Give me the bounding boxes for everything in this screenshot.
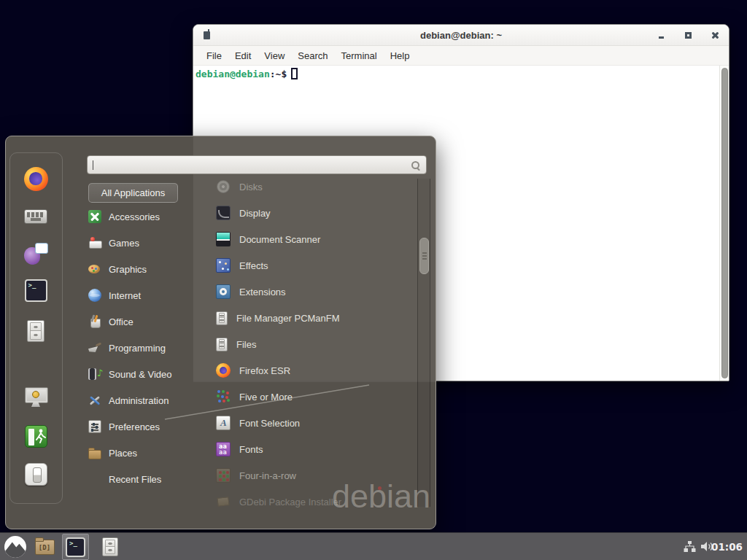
- firefox-icon: [24, 167, 48, 191]
- app-document-scanner[interactable]: Document Scanner: [216, 226, 414, 252]
- favorite-file-manager[interactable]: [21, 317, 50, 345]
- category-internet[interactable]: Internet: [88, 282, 214, 308]
- application-list: Disks Display Document Scanner Effects E…: [216, 174, 414, 515]
- network-tray-icon[interactable]: [684, 541, 696, 553]
- shut-down-button[interactable]: [21, 460, 50, 488]
- category-label: Accessories: [109, 211, 160, 222]
- app-label: Display: [239, 208, 271, 219]
- menu-view[interactable]: View: [258, 50, 291, 61]
- places-icon: [88, 446, 101, 459]
- category-label: Places: [109, 448, 137, 459]
- category-label: Internet: [109, 290, 141, 301]
- menu-scrollbar[interactable]: [417, 179, 430, 507]
- menu-edit[interactable]: Edit: [228, 50, 258, 61]
- log-out-icon: [25, 425, 47, 448]
- file-cabinet-icon: [102, 537, 118, 556]
- shell-prompt: debian@debian:~$: [196, 68, 298, 79]
- app-label: File Manager PCManFM: [236, 313, 340, 324]
- file-cabinet-icon: [27, 320, 44, 342]
- category-accessories[interactable]: Accessories: [88, 203, 214, 230]
- app-file-manager-pcmanfm[interactable]: File Manager PCManFM: [216, 305, 414, 331]
- terminal-titlebar[interactable]: debian@debian: ~: [193, 25, 729, 46]
- text-caret: [93, 160, 93, 170]
- taskbar-terminal-button-active[interactable]: [62, 534, 89, 560]
- lock-screen-icon: [23, 386, 48, 408]
- desktop-folder-button[interactable]: [31, 534, 58, 559]
- file-cabinet-icon: [216, 311, 228, 325]
- menu-logo-icon: [4, 536, 26, 558]
- app-fonts[interactable]: Fonts: [216, 436, 414, 462]
- menu-terminal[interactable]: Terminal: [335, 50, 384, 61]
- app-label: Four-in-a-row: [239, 470, 296, 481]
- administration-icon: [88, 394, 101, 407]
- app-effects[interactable]: Effects: [216, 252, 414, 279]
- games-icon: [88, 236, 101, 249]
- pidgin-icon: [24, 243, 48, 265]
- shut-down-icon: [25, 463, 47, 486]
- category-programming[interactable]: Programming: [88, 335, 214, 361]
- font-selection-icon: [216, 416, 231, 430]
- terminal-icon: [66, 537, 85, 557]
- app-four-in-a-row[interactable]: Four-in-a-row: [216, 462, 414, 489]
- category-list: Accessories Games Graphics Internet Offi…: [88, 203, 214, 492]
- category-recent-files[interactable]: Recent Files: [88, 466, 214, 492]
- app-disks[interactable]: Disks: [216, 174, 414, 200]
- category-graphics[interactable]: Graphics: [88, 256, 214, 282]
- terminal-icon: [25, 279, 47, 302]
- maximize-button[interactable]: [684, 31, 693, 40]
- menu-file[interactable]: File: [200, 50, 228, 61]
- terminal-cursor: [291, 68, 298, 79]
- close-button[interactable]: [711, 31, 720, 40]
- menu-help[interactable]: Help: [384, 50, 417, 61]
- category-label: Graphics: [109, 264, 147, 275]
- search-icon: [411, 160, 421, 171]
- terminal-scrollbar[interactable]: [719, 66, 729, 381]
- category-label: Sound & Video: [109, 369, 172, 380]
- app-display[interactable]: Display: [216, 200, 414, 226]
- app-five-or-more[interactable]: Five or More: [216, 384, 414, 410]
- minimize-button[interactable]: [657, 31, 666, 40]
- category-label: Preferences: [109, 421, 160, 432]
- prompt-user: debian@debian: [196, 69, 270, 79]
- menu-launcher-button[interactable]: [2, 534, 28, 559]
- office-icon: [88, 315, 101, 328]
- category-label: Recent Files: [109, 474, 161, 485]
- menu-scrollbar-thumb[interactable]: [419, 238, 429, 274]
- internet-icon: [88, 289, 101, 302]
- favorite-keyboard-app[interactable]: [21, 203, 50, 230]
- terminal-scrollbar-thumb[interactable]: [721, 68, 728, 378]
- app-font-selection[interactable]: Font Selection: [216, 410, 414, 436]
- extensions-icon: [216, 284, 231, 299]
- app-label: Five or More: [239, 392, 293, 402]
- sound-video-icon: [88, 368, 101, 381]
- effects-icon: [216, 258, 231, 273]
- app-files[interactable]: Files: [216, 331, 414, 357]
- menu-search[interactable]: Search: [291, 50, 334, 61]
- category-preferences[interactable]: Preferences: [88, 413, 214, 440]
- app-firefox-esr[interactable]: Firefox ESR: [216, 357, 414, 384]
- taskbar-files-button[interactable]: [97, 534, 123, 559]
- category-all-applications[interactable]: All Applications: [88, 183, 178, 203]
- app-label: Firefox ESR: [239, 365, 290, 376]
- app-gdebi-package-installer[interactable]: GDebi Package Installer: [216, 489, 414, 515]
- favorite-terminal[interactable]: [21, 276, 50, 304]
- category-administration[interactable]: Administration: [88, 387, 214, 413]
- category-games[interactable]: Games: [88, 230, 214, 256]
- category-label: Administration: [109, 395, 169, 406]
- category-office[interactable]: Office: [88, 308, 214, 335]
- search-input[interactable]: [88, 156, 426, 174]
- category-sound-video[interactable]: Sound & Video: [88, 361, 214, 387]
- favorite-pidgin[interactable]: [21, 240, 50, 268]
- favorite-firefox[interactable]: [21, 165, 50, 192]
- firefox-icon: [216, 363, 231, 378]
- lock-screen-button[interactable]: [21, 384, 50, 411]
- desktop: { "desktop": { "watermark": "debian" }, …: [0, 0, 747, 560]
- document-scanner-icon: [216, 232, 231, 246]
- category-label: Games: [109, 238, 139, 249]
- log-out-button[interactable]: [21, 422, 50, 450]
- taskbar-clock[interactable]: 01:06: [711, 533, 743, 560]
- category-places[interactable]: Places: [88, 440, 214, 466]
- app-extensions[interactable]: Extensions: [216, 279, 414, 305]
- menu-search-box[interactable]: [87, 155, 427, 174]
- taskbar: 01:06: [0, 532, 747, 560]
